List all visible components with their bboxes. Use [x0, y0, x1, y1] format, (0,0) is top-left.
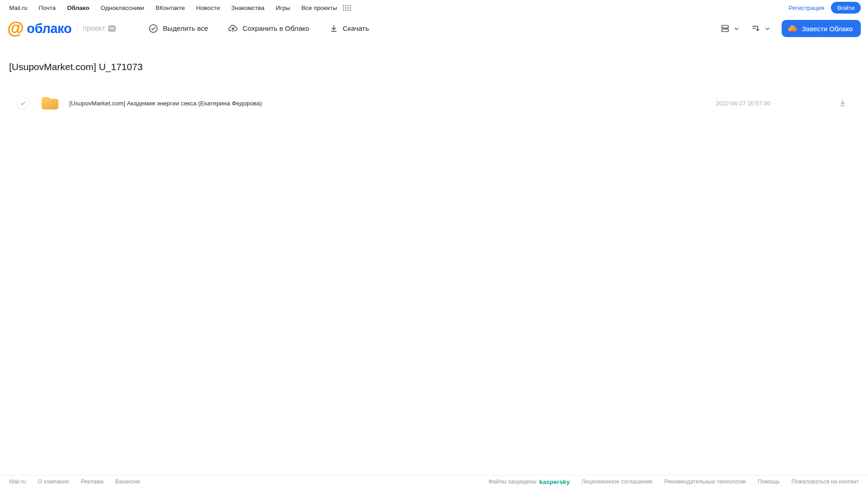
topnav-link-vse-proekty[interactable]: Все проекты	[301, 5, 337, 11]
footer-link-reklama[interactable]: Реклама	[81, 479, 103, 485]
vk-badge-icon: VK	[108, 25, 116, 32]
select-all-button[interactable]: Выделить все	[148, 24, 208, 33]
mailru-at-icon: @	[7, 20, 24, 36]
chevron-down-icon	[733, 25, 740, 32]
get-cloud-button[interactable]: Завести Облако	[782, 20, 861, 37]
main-content: [UsupovMarket.com] U_171073 [UsupovMarke…	[0, 62, 868, 114]
topnav-link-igry[interactable]: Игры	[276, 5, 290, 11]
footer-link-help[interactable]: Помощь	[758, 479, 779, 485]
topnav-link-znakomstva[interactable]: Знакомства	[231, 5, 264, 11]
kaspersky-logo[interactable]: kaspersky	[539, 479, 570, 485]
file-date: 2022-04-27 10:57:00	[716, 100, 770, 107]
topnav-link-oblako[interactable]: Облако	[67, 5, 89, 11]
footer-link-o-kompanii[interactable]: О компании	[38, 479, 69, 485]
page-title: [UsupovMarket.com] U_171073	[9, 62, 859, 72]
footer-link-vakansii[interactable]: Вакансии	[115, 479, 140, 485]
download-button[interactable]: Скачать	[329, 24, 369, 33]
topnav-link-pochta[interactable]: Почта	[39, 5, 56, 11]
footer-right-links: Файлы защищены kaspersky Лицензионное со…	[489, 479, 859, 485]
top-nav-auth: Регистрация Войти	[788, 2, 861, 14]
topnav-link-odnoklassniki[interactable]: Одноклассники	[100, 5, 144, 11]
footer-left-links: Mail.ru О компании Реклама Вакансии	[9, 479, 140, 485]
footer-bar: Mail.ru О компании Реклама Вакансии Файл…	[0, 475, 868, 488]
top-nav-links: Mail.ru Почта Облако Одноклассники ВКонт…	[9, 5, 351, 11]
footer-link-license[interactable]: Лицензионное соглашение	[582, 479, 653, 485]
login-button[interactable]: Войти	[831, 2, 861, 14]
file-toolbar: Выделить все Сохранить в Облако Скач	[148, 24, 369, 33]
download-label: Скачать	[343, 24, 369, 33]
view-mode-icon	[720, 24, 730, 33]
footer-link-report-content[interactable]: Пожаловаться на контент	[792, 479, 859, 485]
protected-text: Файлы защищены	[489, 479, 536, 485]
file-checkbox[interactable]	[16, 97, 29, 109]
header-bar: @ облако проект VK Выделить все	[0, 15, 868, 42]
select-all-label: Выделить все	[163, 24, 208, 33]
get-cloud-label: Завести Облако	[802, 25, 853, 33]
footer-link-mailru[interactable]: Mail.ru	[9, 479, 26, 485]
cloud-upload-icon	[228, 24, 238, 33]
file-name-link[interactable]: [UsupovMarket.com] Академия энергии секс…	[69, 100, 262, 107]
footer-link-recommendations[interactable]: Рекомендательные технологии	[664, 479, 746, 485]
view-mode-control[interactable]	[720, 24, 740, 33]
registration-link[interactable]: Регистрация	[788, 5, 824, 11]
save-to-cloud-button[interactable]: Сохранить в Облако	[228, 24, 309, 33]
file-row[interactable]: [UsupovMarket.com] Академия энергии секс…	[9, 92, 859, 114]
sort-icon	[751, 24, 761, 33]
folder-icon	[41, 95, 59, 111]
check-circle-icon	[148, 24, 158, 33]
all-projects-grid-icon[interactable]	[343, 5, 351, 11]
orange-cloud-icon	[787, 23, 798, 34]
chevron-down-icon	[764, 25, 771, 32]
topnav-link-novosti[interactable]: Новости	[196, 5, 220, 11]
file-download-button[interactable]	[838, 99, 847, 108]
cloud-logo-text: облако	[27, 21, 71, 36]
files-protected-label: Файлы защищены kaspersky	[489, 479, 570, 485]
top-nav-bar: Mail.ru Почта Облако Одноклассники ВКонт…	[0, 0, 868, 15]
project-label-text: проект	[83, 24, 105, 33]
cloud-logo[interactable]: @ облако проект VK	[7, 21, 141, 36]
header-right-controls: Завести Облако	[720, 20, 861, 37]
project-vk-label: проект VK	[77, 24, 116, 33]
save-to-cloud-label: Сохранить в Облако	[242, 24, 309, 33]
download-icon	[329, 24, 338, 33]
topnav-link-vkontakte[interactable]: ВКонтакте	[156, 5, 185, 11]
topnav-link-mailru[interactable]: Mail.ru	[9, 5, 28, 11]
sort-control[interactable]	[751, 24, 771, 33]
